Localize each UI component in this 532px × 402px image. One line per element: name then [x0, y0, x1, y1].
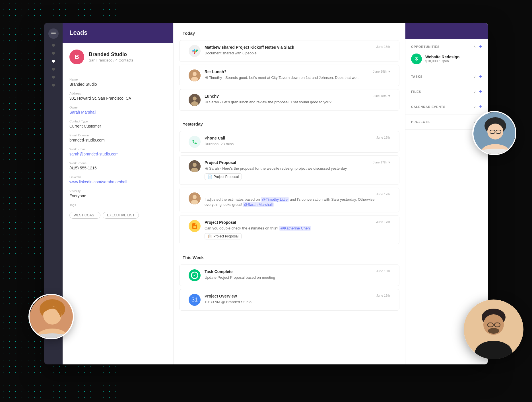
mention-timothy[interactable]: @Timothy Little	[261, 197, 289, 202]
field-work-email: Work Email sarah@branded-studio.com	[69, 147, 166, 156]
field-work-email-label: Work Email	[69, 147, 166, 151]
feed-item-doc-proposal: Project Proposal June 17th Can you doubl…	[179, 215, 399, 244]
files-title: FILES	[411, 90, 421, 93]
tasks-section: TASKS ∨ +	[405, 69, 488, 84]
opportunities-controls: ∧ +	[473, 44, 482, 50]
feed-content-proposal1: Project Proposal June 17th ▾ Hi Sarah - …	[205, 160, 390, 180]
feed-content-slack: Matthew shared Project Kickoff Notes via…	[205, 45, 390, 56]
feed-top-row-phone: Phone Call June 17th	[205, 136, 390, 140]
field-address: Address 301 Howard St. San Francisco, CA	[69, 92, 166, 100]
mention-katherine[interactable]: @Katherine Chen	[279, 226, 311, 231]
feed-date-email2: June 18th	[373, 94, 387, 98]
feed-desc-email2: Hi Sarah - Let's grab lunch and review t…	[205, 100, 390, 105]
feed-date-email1: June 18th	[373, 70, 387, 73]
calendar-number: 31	[191, 296, 198, 303]
phone-icon	[189, 136, 201, 148]
tasks-header[interactable]: TASKS ∨ +	[411, 74, 482, 79]
feed-item-mention1: June 17th I adjusted the estimates based…	[179, 188, 399, 212]
pdf-icon: 📄	[208, 175, 212, 179]
feed-desc-proposal1: Hi Sarah - Here's the proposal for the w…	[205, 166, 390, 171]
sidebar-dot-4	[52, 76, 55, 79]
opportunities-header[interactable]: OPPORTUNITIES ∧ +	[411, 44, 482, 50]
feed-desc-task: Update Project Proposal based on meeting	[205, 275, 390, 280]
svg-rect-1	[51, 33, 56, 34]
feed-top-row-doc: Project Proposal June 17th	[205, 220, 390, 225]
feed-title-proposal1: Project Proposal	[205, 160, 236, 165]
feed-title-email1: Re: Lunch?	[205, 69, 226, 74]
calendar-events-header[interactable]: CALENDAR EVENTS ∨ +	[411, 104, 482, 110]
opportunities-section: OPPORTUNITIES ∧ + $ Website Redesign $18…	[405, 39, 488, 69]
feed-top-row-email2: Lunch? June 18th ▾	[205, 94, 390, 99]
tags-row: WEST COAST EXECUTIVE LIST	[69, 212, 166, 219]
tag-west-coast[interactable]: WEST COAST	[69, 212, 100, 219]
feed-top-row-proposal1: Project Proposal June 17th ▾	[205, 160, 390, 165]
svg-point-8	[191, 101, 198, 106]
crm-panel: Leads B Branded Studio San Francisco / 4…	[63, 23, 174, 364]
field-email-domain-label: Email Domain	[69, 134, 166, 137]
field-contact-type: Contact Type Current Customer	[69, 120, 166, 128]
attachment-proposal1[interactable]: 📄 Project Proposal	[205, 173, 242, 180]
feed-content-doc-proposal: Project Proposal June 17th Can you doubl…	[205, 220, 390, 239]
crm-header-title: Leads	[69, 29, 166, 36]
svg-point-5	[191, 77, 198, 81]
feed-item-task: ✓ Task Complete June 16th Update Project…	[179, 264, 399, 286]
feed-title-email2: Lunch?	[205, 94, 219, 99]
field-tags-label: Tags	[69, 203, 166, 207]
opportunities-chevron[interactable]: ∧	[473, 44, 476, 49]
company-name: Branded Studio	[89, 52, 133, 58]
tasks-chevron[interactable]: ∨	[473, 74, 476, 79]
field-linkedin-label: Linkedin	[69, 175, 166, 179]
feed-date-proposal1: June 17th	[373, 161, 387, 164]
mention-sarah[interactable]: @Sarah Marshall	[243, 202, 274, 207]
calendar-events-section: CALENDAR EVENTS ∨ +	[405, 99, 488, 114]
opportunities-add-button[interactable]: +	[479, 44, 482, 50]
svg-rect-0	[51, 32, 56, 32]
sidebar-dot-1	[52, 44, 55, 47]
svg-point-7	[193, 97, 197, 100]
sidebar-dot-3	[52, 68, 55, 71]
svg-point-31	[488, 328, 499, 334]
feed-section-yesterday: Yesterday	[174, 114, 405, 131]
feed-date-calendar: June 16th	[376, 294, 390, 297]
field-owner-value[interactable]: Sarah Marshall	[69, 110, 166, 114]
avatar-woman-right	[472, 111, 516, 155]
field-name: Name Branded Studio	[69, 78, 166, 87]
task-complete-icon: ✓	[189, 269, 201, 281]
feed-content-calendar: Project Overview June 16th 10:30 AM @ Br…	[205, 294, 390, 305]
files-header[interactable]: FILES ∨ +	[411, 89, 482, 95]
sidebar-dot-5	[52, 84, 55, 87]
attachment-doc[interactable]: 📋 Project Proposal	[205, 233, 242, 239]
tag-executive-list[interactable]: EXECUTIVE LIST	[103, 212, 139, 219]
field-work-phone: Work Phone (415) 555-1216	[69, 161, 166, 170]
field-tags: Tags WEST COAST EXECUTIVE LIST	[69, 203, 166, 219]
field-name-label: Name	[69, 78, 166, 81]
expand-icon-email1[interactable]: ▾	[388, 69, 390, 73]
sidebar-menu-icon[interactable]	[48, 28, 59, 39]
files-chevron[interactable]: ∨	[473, 89, 476, 94]
field-work-email-value[interactable]: sarah@branded-studio.com	[69, 152, 166, 156]
calendar-events-add-button[interactable]: +	[479, 104, 482, 110]
opportunity-dollar-sign: $	[415, 56, 418, 61]
tasks-add-button[interactable]: +	[479, 74, 482, 79]
feed-date-doc: June 17th	[376, 220, 390, 223]
opportunity-sub: $18,000 / Open	[425, 59, 459, 63]
avatar-man-bottom-right	[464, 300, 523, 359]
attachment-label-2: Project Proposal	[213, 234, 238, 238]
feed-section-today: Today	[174, 23, 405, 40]
feed-top-row: Matthew shared Project Kickoff Notes via…	[205, 45, 390, 50]
feed-item-email1: Re: Lunch? June 18th ▾ Hi Timothy - Soun…	[179, 65, 399, 86]
feed-content-email1: Re: Lunch? June 18th ▾ Hi Timothy - Soun…	[205, 69, 390, 80]
expand-icon-email2[interactable]: ▾	[388, 94, 390, 98]
field-work-phone-label: Work Phone	[69, 161, 166, 165]
svg-rect-2	[51, 35, 56, 35]
feed-desc-email1: Hi Timothy - Sounds good. Let's meet at …	[205, 75, 390, 80]
avatar-mention1	[189, 192, 201, 204]
field-work-phone-value: (415) 555-1216	[69, 166, 166, 170]
crm-fields: Name Branded Studio Address 301 Howard S…	[63, 70, 173, 225]
sidebar-dot-active	[52, 60, 55, 63]
expand-icon-proposal1[interactable]: ▾	[388, 160, 390, 164]
files-add-button[interactable]: +	[479, 89, 482, 95]
field-linkedin-value[interactable]: www.linkedin.com/sarahmarshall	[69, 180, 166, 184]
calendar-events-chevron[interactable]: ∨	[473, 104, 476, 109]
projects-header[interactable]: PROJECTS ∨ +	[411, 119, 482, 125]
